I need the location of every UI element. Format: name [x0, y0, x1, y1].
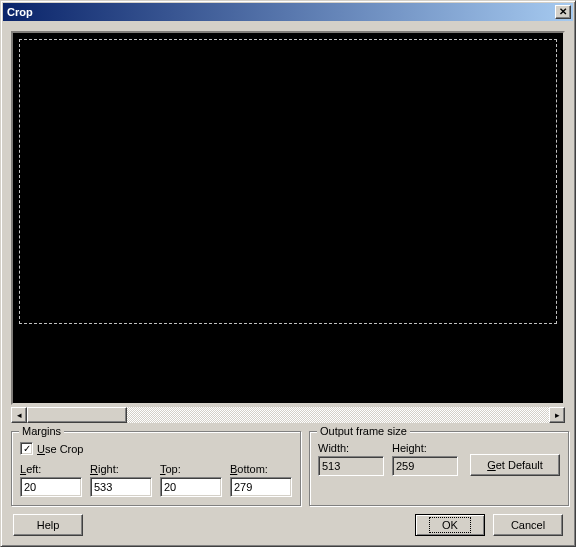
top-field: Top: [160, 463, 222, 497]
client-area: ◂ ▸ Margins ✓ Use Crop Left: [3, 23, 573, 544]
preview-panel[interactable] [11, 31, 565, 405]
scroll-thumb[interactable] [27, 407, 127, 423]
left-input[interactable] [20, 477, 82, 497]
top-label: Top: [160, 463, 222, 475]
top-input[interactable] [160, 477, 222, 497]
width-label: Width: [318, 442, 384, 454]
horizontal-scrollbar[interactable]: ◂ ▸ [11, 407, 565, 423]
triangle-right-icon: ▸ [555, 411, 560, 420]
margins-fields: Left: Right: Top: Bottom: [20, 463, 292, 497]
left-label: Left: [20, 463, 82, 475]
cancel-button[interactable]: Cancel [493, 514, 563, 536]
button-row: Help OK Cancel [11, 514, 565, 536]
bottom-field: Bottom: [230, 463, 292, 497]
output-fields: Width: Height: Get Default [318, 442, 560, 476]
bottom-label: Bottom: [230, 463, 292, 475]
right-field: Right: [90, 463, 152, 497]
use-crop-label[interactable]: Use Crop [37, 443, 83, 455]
use-crop-row: ✓ Use Crop [20, 442, 292, 455]
output-legend: Output frame size [317, 425, 410, 437]
titlebar[interactable]: Crop ✕ [3, 3, 573, 21]
right-label: Right: [90, 463, 152, 475]
close-icon: ✕ [559, 7, 567, 17]
crop-rectangle[interactable] [19, 39, 557, 324]
height-label: Height: [392, 442, 458, 454]
margins-legend: Margins [19, 425, 64, 437]
ok-button[interactable]: OK [415, 514, 485, 536]
left-field: Left: [20, 463, 82, 497]
margins-group: Margins ✓ Use Crop Left: Right: To [11, 431, 301, 506]
height-field: Height: [392, 442, 458, 476]
right-input[interactable] [90, 477, 152, 497]
height-input [392, 456, 458, 476]
width-field: Width: [318, 442, 384, 476]
width-input [318, 456, 384, 476]
bottom-input[interactable] [230, 477, 292, 497]
output-group: Output frame size Width: Height: Get Def… [309, 431, 569, 506]
triangle-left-icon: ◂ [17, 411, 22, 420]
use-crop-checkbox[interactable]: ✓ [20, 442, 33, 455]
scroll-right-button[interactable]: ▸ [549, 407, 565, 423]
get-default-button[interactable]: Get Default [470, 454, 560, 476]
settings-row: Margins ✓ Use Crop Left: Right: To [11, 431, 565, 506]
help-button[interactable]: Help [13, 514, 83, 536]
window-title: Crop [7, 6, 555, 18]
close-button[interactable]: ✕ [555, 5, 571, 19]
scroll-track[interactable] [27, 407, 549, 423]
scroll-left-button[interactable]: ◂ [11, 407, 27, 423]
crop-dialog: Crop ✕ ◂ ▸ Margins ✓ Use Crop [0, 0, 576, 547]
